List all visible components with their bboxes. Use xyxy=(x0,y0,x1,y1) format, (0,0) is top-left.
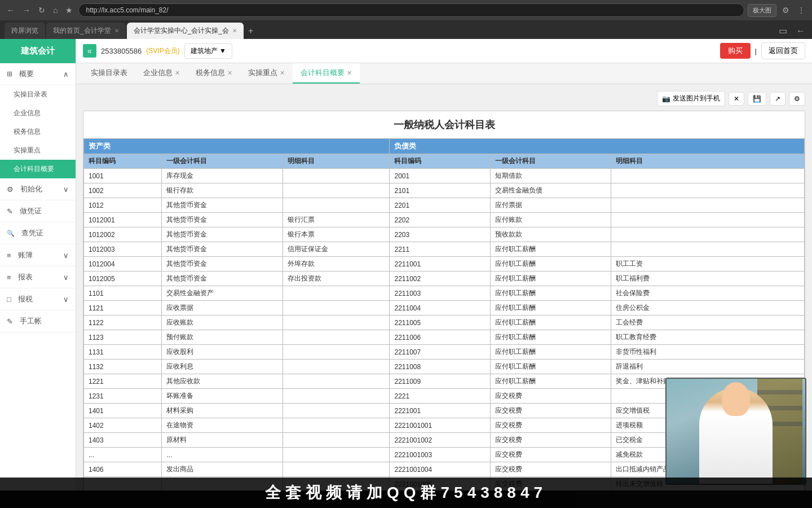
asset-code-cell: 1406 xyxy=(84,462,162,477)
menu-button[interactable]: ⋮ xyxy=(795,5,807,16)
table-row: 1131 应收股利 2211007 应付职工薪酬 非货币性福利 xyxy=(84,345,805,360)
tab-accounting[interactable]: 会计学堂实操中心_会计实操_会 ✕ xyxy=(127,23,244,39)
asset-level1-cell: 坏账准备 xyxy=(162,389,283,404)
sidebar-brand: 建筑会计 xyxy=(0,39,76,63)
home-nav-button[interactable]: ⌂ xyxy=(51,5,60,16)
liab-detail-cell: 社会保险费 xyxy=(611,286,805,301)
restore-button[interactable]: ▭ xyxy=(776,24,789,37)
liab-detail-cell: 非货币性福利 xyxy=(611,345,805,360)
content-area[interactable]: 📷 发送图片到手机 ✕ 💾 ↗ ⚙ 一般纳税人会计科目表 xyxy=(76,84,812,491)
liab-code-cell: 2211001 xyxy=(390,257,490,271)
asset-level1-cell: 原材料 xyxy=(162,433,283,448)
content-tab-tax-info[interactable]: 税务信息 ✕ xyxy=(188,63,240,84)
new-tab-button[interactable]: + xyxy=(245,26,257,36)
liab-detail-cell xyxy=(611,198,805,213)
asset-detail-cell: 银行汇票 xyxy=(283,213,390,227)
minimize-button[interactable]: ← xyxy=(794,25,807,37)
asset-detail-cell xyxy=(283,462,390,477)
refresh-button[interactable]: ↻ xyxy=(36,5,47,16)
content-tab-practice-list[interactable]: 实操目录表 xyxy=(83,63,135,84)
export-button[interactable]: ↗ xyxy=(770,92,785,106)
save-button[interactable]: 💾 xyxy=(748,92,766,106)
asset-detail-cell: 银行本票 xyxy=(283,227,390,242)
extension-btn[interactable]: 极大图 xyxy=(748,4,776,17)
content-tab-accounts[interactable]: 会计科目概要 ✕ xyxy=(293,63,360,84)
asset-level1-cell: 应收利息 xyxy=(162,360,283,374)
sidebar-item-payroll[interactable]: ✎ 手工帐 xyxy=(0,310,76,332)
tab-practice-key-label: 实操重点 xyxy=(248,68,277,78)
init-label: 初始化 xyxy=(20,184,60,194)
collapse-button[interactable]: « xyxy=(83,44,96,58)
tab-accounting-close[interactable]: ✕ xyxy=(232,28,237,34)
asset-level1-cell: 其他货币资金 xyxy=(162,242,283,257)
liab-code-cell: 2221001 xyxy=(390,404,490,418)
asset-code-cell: 1123 xyxy=(84,330,162,345)
asset-detail-cell xyxy=(283,448,390,462)
tab-my-homepage-close[interactable]: ✕ xyxy=(114,28,119,34)
sidebar-item-tax[interactable]: □ 报税 ∨ xyxy=(0,288,76,310)
tab-bar: 跨屏浏览 我的首页_会计学堂 ✕ 会计学堂实操中心_会计实操_会 ✕ + ▭ ← xyxy=(0,20,812,39)
buy-button[interactable]: 购买 xyxy=(720,43,751,59)
tab-company-info-close[interactable]: ✕ xyxy=(175,69,180,77)
asset-level1-cell: 其他货币资金 xyxy=(162,213,283,227)
address-bar[interactable]: http://lx.acc5.com/main_82/ xyxy=(78,3,744,17)
asset-code-cell: 1131 xyxy=(84,345,162,360)
divider: | xyxy=(755,47,757,55)
tab-accounts-close[interactable]: ✕ xyxy=(347,69,352,77)
asset-level1-cell: 其他货币资金 xyxy=(162,227,283,242)
asset-detail-cell xyxy=(283,389,390,404)
liab-detail-cell xyxy=(611,242,805,257)
table-row: 1012001 其他货币资金 银行汇票 2202 应付账款 xyxy=(84,213,805,227)
industry-button[interactable]: 建筑地产 ▼ xyxy=(184,43,232,59)
check-icon: 🔍 xyxy=(7,230,15,237)
sidebar-item-practice-list[interactable]: 实操目录表 xyxy=(0,85,76,104)
extensions-button[interactable]: ⚙ xyxy=(780,5,792,16)
sidebar-item-init[interactable]: ⚙ 初始化 ∨ xyxy=(0,178,76,200)
asset-level1-cell: 交易性金融资产 xyxy=(162,286,283,301)
tax-label: 报税 xyxy=(18,294,60,304)
return-home-button[interactable]: 返回首页 xyxy=(761,42,805,59)
bookmark-button[interactable]: ★ xyxy=(63,5,75,16)
liab-detail-cell: 职工福利费 xyxy=(611,271,805,286)
tab-practice-key-close[interactable]: ✕ xyxy=(280,69,285,77)
sidebar-item-check[interactable]: 🔍 查凭证 xyxy=(0,222,76,244)
asset-level1-cell: 其他货币资金 xyxy=(162,271,283,286)
table-row: 1122 应收账款 2211005 应付职工薪酬 工会经费 xyxy=(84,316,805,330)
liab-level1-cell: 应交税费 xyxy=(490,404,611,418)
content-tab-company-info[interactable]: 企业信息 ✕ xyxy=(135,63,188,84)
forward-button[interactable]: → xyxy=(20,5,33,16)
sidebar-item-accounts[interactable]: 会计科目概要 xyxy=(0,160,76,178)
ledger-arrow: ∨ xyxy=(63,251,69,260)
asset-detail-cell: 外埠存款 xyxy=(283,257,390,271)
liab-detail-cell: 住房公积金 xyxy=(611,301,805,316)
company-info-label: 企业信息 xyxy=(14,109,41,117)
asset-detail-cell xyxy=(283,301,390,316)
tab-tax-info-close[interactable]: ✕ xyxy=(227,69,232,77)
table-row: 1132 应收利息 2211008 应付职工薪酬 辞退福利 xyxy=(84,360,805,374)
table-row: 1012005 其他货币资金 存出投资款 2211002 应付职工薪酬 职工福利… xyxy=(84,271,805,286)
liab-code-cell: 2201 xyxy=(390,198,490,213)
sidebar-item-ledger[interactable]: ≡ 账簿 ∨ xyxy=(0,244,76,266)
liab-code-cell: 2211007 xyxy=(390,345,490,360)
sidebar-item-practice-key[interactable]: 实操重点 xyxy=(0,141,76,160)
asset-level1-cell: 应收票据 xyxy=(162,301,283,316)
sidebar: 建筑会计 ⊞ 概要 ∧ 实操目录表 企业信息 税务信息 实操重点 会计科目概要 xyxy=(0,39,76,491)
sidebar-item-voucher[interactable]: ✎ 做凭证 xyxy=(0,200,76,222)
sidebar-item-tax-info[interactable]: 税务信息 xyxy=(0,122,76,141)
sidebar-nav: ⊞ 概要 ∧ 实操目录表 企业信息 税务信息 实操重点 会计科目概要 ⚙ 初始化 xyxy=(0,63,76,491)
tab-my-homepage[interactable]: 我的首页_会计学堂 ✕ xyxy=(46,23,126,39)
tab-cross-screen[interactable]: 跨屏浏览 xyxy=(5,23,45,39)
sidebar-item-report[interactable]: ≡ 报表 ∨ xyxy=(0,266,76,288)
close-toolbar-button[interactable]: ✕ xyxy=(729,92,744,106)
asset-code-cell: 1402 xyxy=(84,418,162,433)
sidebar-item-company-info[interactable]: 企业信息 xyxy=(0,104,76,122)
content-tab-practice-key[interactable]: 实操重点 ✕ xyxy=(240,63,293,84)
back-button[interactable]: ← xyxy=(5,5,17,16)
liab-code-cell: 2202 xyxy=(390,213,490,227)
liab-level1-cell: 应交税费 xyxy=(490,448,611,462)
send-photo-button[interactable]: 📷 发送图片到手机 xyxy=(657,91,725,106)
asset-detail-cell xyxy=(283,198,390,213)
settings-button[interactable]: ⚙ xyxy=(789,92,805,106)
sidebar-item-overview[interactable]: ⊞ 概要 ∧ xyxy=(0,63,76,85)
liab-level1-cell: 应付职工薪酬 xyxy=(490,257,611,271)
